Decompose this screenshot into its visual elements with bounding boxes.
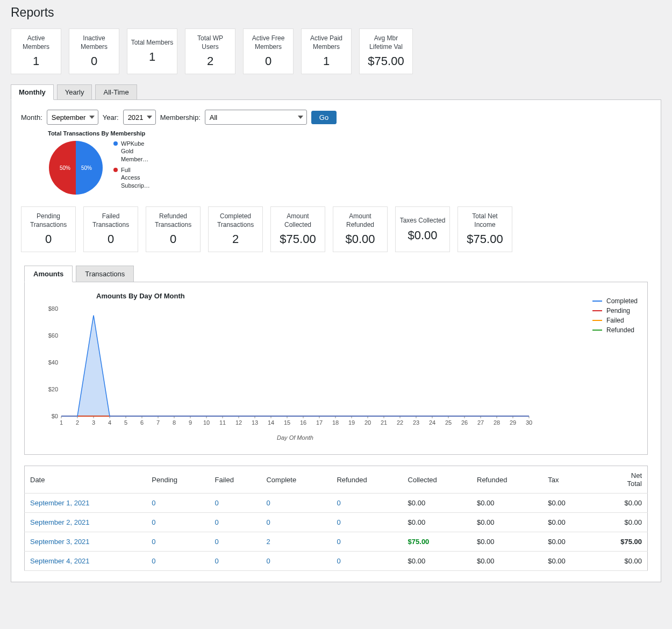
table-row: September 3, 20210020$75.00$0.00$0.00$75… [25,532,648,552]
cell-net: $75.00 [591,532,647,552]
stat-value: 1 [131,50,174,64]
svg-text:$60: $60 [48,332,58,339]
cell-date[interactable]: September 2, 2021 [25,513,147,532]
subtab-amounts[interactable]: Amounts [24,266,73,282]
svg-text:$80: $80 [48,305,58,312]
legend-dot-icon [113,168,118,172]
cell-date[interactable]: September 1, 2021 [25,494,147,513]
amounts-panel: Amounts By Day Of Month CompletedPending… [24,282,648,455]
stat-card: Total WP Users2 [185,28,235,74]
cell-pending[interactable]: 0 [146,513,209,532]
stat-card: Total Net Income$75.00 [457,206,512,252]
stat-value: 2 [212,232,259,246]
cell-failed[interactable]: 0 [210,532,261,552]
cell-complete[interactable]: 0 [261,494,331,513]
svg-text:1: 1 [60,419,63,426]
svg-text:14: 14 [268,419,274,426]
cell-net: $0.00 [591,552,647,571]
stat-card: Avg Mbr Lifetime Val$75.00 [359,28,413,74]
cell-complete[interactable]: 0 [261,513,331,532]
stat-card: Active Members1 [11,28,61,74]
legend-line-icon [592,301,602,302]
stat-value: $75.00 [363,54,409,68]
membership-select[interactable]: All [205,110,307,125]
svg-text:28: 28 [494,419,500,426]
month-select[interactable]: September [47,110,98,125]
stat-value: $75.00 [274,232,321,246]
cell-failed[interactable]: 0 [210,552,261,571]
cell-pending[interactable]: 0 [146,532,209,552]
cell-refunded-a: $0.00 [471,532,542,552]
legend-dot-icon [113,141,118,146]
svg-text:5: 5 [124,419,127,426]
stat-card: Active Paid Members1 [301,28,352,74]
stat-value: 0 [25,232,72,246]
stat-card: Taxes Collected$0.00 [395,206,450,252]
go-button[interactable]: Go [311,111,337,124]
cell-complete[interactable]: 0 [261,552,331,571]
svg-text:12: 12 [235,419,242,426]
stat-label: Failed Transactions [87,212,134,229]
svg-text:4: 4 [108,419,111,426]
stat-value: 2 [189,54,232,68]
svg-text:24: 24 [429,419,435,426]
cell-failed[interactable]: 0 [210,513,261,532]
svg-text:13: 13 [252,419,258,426]
svg-text:50%: 50% [60,165,70,171]
stat-value: $0.00 [337,232,384,246]
stat-card: Failed Transactions0 [83,206,138,252]
legend-label: WPKubeGoldMember… [121,140,148,163]
table-row: September 2, 20210000$0.00$0.00$0.00$0.0… [25,513,648,532]
svg-text:27: 27 [477,419,484,426]
cell-refunded-n[interactable]: 0 [331,552,402,571]
pie-chart-title: Total Transactions By Membership [48,130,651,137]
cell-refunded-n[interactable]: 0 [331,513,402,532]
cell-pending[interactable]: 0 [146,552,209,571]
table-header: Collected [403,466,471,494]
cell-failed[interactable]: 0 [210,494,261,513]
line-chart-title: Amounts By Day Of Month [96,292,638,300]
stat-label: Amount Refunded [337,212,384,229]
table-header: Refunded [331,466,402,494]
table-row: September 1, 20210000$0.00$0.00$0.00$0.0… [25,494,648,513]
stat-label: Active Free Members [247,34,290,51]
svg-text:17: 17 [316,419,323,426]
stat-value: $75.00 [461,232,509,246]
inner-stats-row: Pending Transactions0Failed Transactions… [21,206,651,252]
tab-monthly[interactable]: Monthly [11,84,54,100]
table-header: Complete [261,466,331,494]
table-header: Refunded [471,466,542,494]
stat-value: $0.00 [399,228,446,242]
svg-text:29: 29 [510,419,516,426]
table-row: September 4, 20210000$0.00$0.00$0.00$0.0… [25,552,648,571]
tab-yearly[interactable]: Yearly [57,84,92,100]
cell-refunded-n[interactable]: 0 [331,532,402,552]
amounts-table: DatePendingFailedCompleteRefundedCollect… [24,466,648,571]
svg-text:50%: 50% [81,165,92,171]
cell-refunded-n[interactable]: 0 [331,494,402,513]
table-header-row: DatePendingFailedCompleteRefundedCollect… [25,466,648,494]
cell-collected: $0.00 [403,552,471,571]
table-header: Tax [542,466,591,494]
cell-pending[interactable]: 0 [146,494,209,513]
stat-card: Total Members1 [127,28,177,74]
stat-value: 0 [149,232,197,246]
subtab-transactions[interactable]: Transactions [76,266,134,282]
cell-complete[interactable]: 2 [261,532,331,552]
legend-item: Completed [592,297,638,305]
stat-value: 1 [15,54,58,68]
stat-label: Pending Transactions [25,212,72,229]
legend-item: WPKubeGoldMember… [113,140,150,163]
stat-card: Amount Collected$75.00 [270,206,325,252]
year-select[interactable]: 2021 [123,110,156,125]
stat-card: Amount Refunded$0.00 [333,206,388,252]
legend-line-icon [592,320,602,321]
cell-date[interactable]: September 3, 2021 [25,532,147,552]
pie-chart-block: Total Transactions By Membership 50% 50%… [48,130,651,196]
svg-text:20: 20 [364,419,371,426]
svg-text:15: 15 [284,419,290,426]
cell-date[interactable]: September 4, 2021 [25,552,147,571]
tab-alltime[interactable]: All-Time [95,84,137,100]
cell-collected: $0.00 [403,494,471,513]
svg-text:21: 21 [381,419,387,426]
